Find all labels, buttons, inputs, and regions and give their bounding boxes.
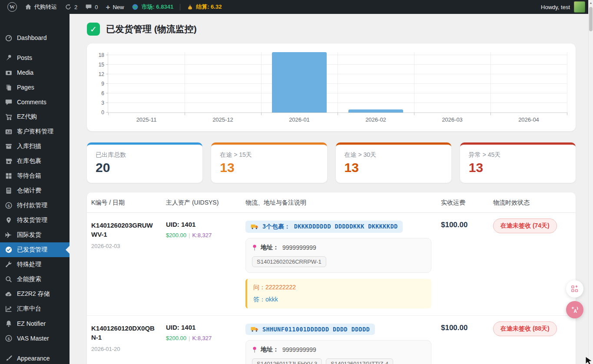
svg-text:$: $ — [7, 204, 10, 208]
map-pin-icon — [5, 216, 13, 224]
cell-logistics: 3个包裹： DKKKDDDDDD DDDDDKKK DKKKKKDD 地址： 9… — [241, 213, 437, 315]
divider: | — [189, 335, 190, 341]
note-box: 问：222222222 答：okkk — [245, 279, 431, 308]
globe-icon — [132, 3, 139, 10]
stat-card-transit-30[interactable]: 在途 > 30天 13 — [336, 142, 451, 183]
extension-panel-button[interactable] — [566, 280, 583, 298]
inbox-icon — [5, 142, 13, 150]
cell-owner: UID: 1401 $200.00|K:8,327 — [162, 213, 241, 315]
admin-bar: W 代购转运 2 0 + New 市场: 6.8341 — [0, 0, 593, 14]
stat-card-transit-15[interactable]: 在途 > 15天 13 — [211, 142, 327, 183]
sidebar-item-ez-notifier[interactable]: EZ Notifier — [0, 316, 70, 331]
comments-indicator[interactable]: 0 — [81, 0, 102, 14]
shipment-pill[interactable]: 3个包裹： DKKKDDDDDD DDDDDKKK DKKKKKDD — [245, 221, 403, 233]
sidebar-item-ez-daigou[interactable]: EZ代购 — [0, 109, 70, 124]
owner-uid: UID: 1401 — [166, 221, 236, 228]
sidebar-item-shipped-management[interactable]: 已发货管理 — [0, 242, 70, 257]
brush-icon — [5, 354, 13, 362]
wordpress-logo[interactable]: W — [3, 0, 21, 14]
site-name: 代购转运 — [34, 3, 57, 11]
money-bag-icon — [187, 4, 193, 10]
shipment-pill[interactable]: SHHUNF011001DDDDDD DDDD DDDDD — [245, 324, 375, 335]
col-header-status: 物流时效状态 — [489, 192, 576, 213]
ship-date: 2026-02-03 — [91, 243, 156, 249]
cell-fee: $100.00 — [437, 316, 489, 364]
sidebar-item-comments[interactable]: Comments — [0, 95, 70, 109]
dollar-circle-icon: $ — [5, 202, 13, 209]
market-rate-value: 市场: 6.8341 — [141, 3, 173, 11]
address-box: 地址： 9999999999 S1401260117JLFHYV-3 S1401… — [245, 340, 431, 364]
sidebar-item-inbound-scan[interactable]: 入库扫描 — [0, 139, 70, 154]
table-row: K1401260203GRUWWV-1 2026-02-03 UID: 1401… — [87, 213, 576, 315]
cloud-icon — [5, 290, 13, 298]
package-tag[interactable]: S14012602026CRRPW-1 — [252, 256, 326, 267]
sidebar-item-storage-billing[interactable]: 仓储计费 — [0, 183, 70, 198]
store-icon — [5, 157, 13, 165]
site-home-link[interactable]: 代购转运 — [21, 0, 61, 14]
howdy-text[interactable]: Howdy, test — [541, 4, 570, 10]
sidebar-item-special-handling[interactable]: 特殊处理 — [0, 257, 70, 272]
address-label: 地址： — [261, 244, 279, 251]
sidebar: Dashboard Posts Media Pages Comments EZ代… — [0, 14, 70, 364]
status-badge[interactable]: 在途未签收 (74天) — [493, 218, 557, 233]
cell-kcode: K1401260203GRUWWV-1 2026-02-03 — [87, 213, 162, 315]
updates-icon — [65, 3, 72, 10]
home-icon — [25, 3, 32, 10]
scrollbar-up-arrow[interactable]: ▲ — [589, 1, 593, 4]
shipments-chart-card: 03691215182025-112025-122026-012026-0220… — [87, 43, 576, 131]
k-balance: K:8,327 — [192, 335, 212, 341]
wordpress-logo-icon: W — [7, 2, 17, 12]
wrench-icon — [5, 261, 13, 268]
stat-value: 13 — [345, 161, 443, 174]
stat-cards: 已出库总数 20 在途 > 15天 13 在途 > 30天 13 异常 > 45… — [87, 142, 576, 183]
stat-card-total-shipped[interactable]: 已出库总数 20 — [87, 142, 202, 183]
cell-status: 在途未签收 (88天) — [489, 316, 576, 364]
sidebar-item-international-shipping[interactable]: 国际发货 — [0, 228, 70, 242]
comments-count: 0 — [95, 4, 98, 10]
calculator-icon — [5, 187, 13, 195]
pushpin-icon — [5, 54, 13, 62]
k-balance: K:8,327 — [192, 232, 212, 238]
sidebar-item-dashboard[interactable]: Dashboard — [0, 30, 70, 45]
k-number[interactable]: K1401260203GRUWWV-1 — [91, 221, 156, 239]
status-badge[interactable]: 在途未签收 (88天) — [493, 321, 557, 336]
comment-icon — [5, 98, 13, 106]
scrollbar-thumb[interactable] — [589, 7, 593, 31]
stat-value: 13 — [469, 161, 567, 174]
comment-icon — [85, 3, 92, 10]
translate-button[interactable]: A — [566, 301, 583, 318]
stat-value: 20 — [96, 161, 194, 174]
updates-indicator[interactable]: 2 — [61, 0, 81, 14]
market-rate: 市场: 6.8341 — [128, 0, 177, 14]
sidebar-item-exchange-rate[interactable]: 汇率中台 — [0, 301, 70, 316]
package-tag[interactable]: S1401260117GITTIZ-4 — [326, 358, 393, 364]
svg-text:A: A — [574, 308, 577, 314]
k-number[interactable]: K1401260120DX0QBN-1 — [91, 324, 156, 342]
avatar[interactable] — [574, 1, 585, 13]
stat-card-abnormal-45[interactable]: 异常 > 45天 13 — [460, 142, 576, 183]
sidebar-item-posts[interactable]: Posts — [0, 50, 70, 65]
stat-label: 异常 > 45天 — [469, 151, 567, 159]
new-button[interactable]: + New — [102, 0, 128, 14]
sidebar-item-media[interactable]: Media — [0, 65, 70, 80]
sidebar-item-pages[interactable]: Pages — [0, 80, 70, 95]
shipment-text: 3个包裹： DKKKDDDDDD DDDDDKKK DKKKKKDD — [262, 223, 398, 231]
sidebar-item-appearance[interactable]: Appearance — [0, 351, 70, 364]
sidebar-item-customer-profiles[interactable]: 客户资料管理 — [0, 124, 70, 139]
answer-line: 答：okkk — [253, 296, 425, 304]
sidebar-item-warehouse-packages[interactable]: 在库包裹 — [0, 154, 70, 169]
scrollbar[interactable]: ▲ — [588, 0, 593, 364]
package-tag[interactable]: S1401260117JLFHYV-3 — [252, 358, 322, 364]
id-card-icon — [5, 128, 13, 136]
admin-bar-left: W 代购转运 2 0 + New 市场: 6.8341 — [0, 0, 225, 14]
translate-icon: A — [570, 305, 580, 314]
sidebar-item-vas-master[interactable]: $ VAS Master — [0, 331, 70, 346]
chart-plot-area: 03691215182025-112025-122026-012026-0220… — [108, 52, 567, 113]
cell-kcode: K1401260120DX0QBN-1 2026-01-20 — [87, 316, 162, 364]
sidebar-item-waiting-consolidation[interactable]: 等待合箱 — [0, 169, 70, 183]
sidebar-item-pending-shipment[interactable]: 待发货管理 — [0, 213, 70, 228]
sidebar-item-global-search[interactable]: 全能搜索 — [0, 272, 70, 287]
package-tags: S1401260117JLFHYV-3 S1401260117GITTIZ-4 … — [252, 358, 425, 364]
sidebar-item-ez2r2-storage[interactable]: EZ2R2 存储 — [0, 287, 70, 301]
sidebar-item-pending-payment[interactable]: $ 待付款管理 — [0, 198, 70, 213]
